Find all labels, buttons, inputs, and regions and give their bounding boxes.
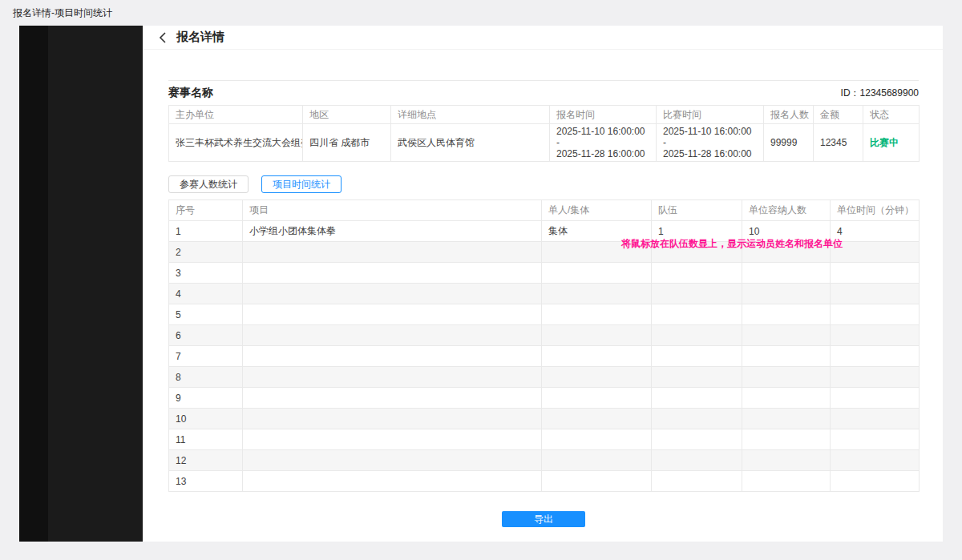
cell-type [542,263,652,284]
event-id: ID：12345689900 [841,87,919,100]
cell-teams [652,429,742,450]
cell-project [243,429,542,450]
cell-teams [652,284,742,304]
cell-no: 8 [169,367,243,388]
cell-capacity [742,304,831,325]
col-teams: 队伍 [652,200,742,221]
cell-project [243,450,542,471]
chevron-left-icon [159,31,167,44]
cell-no: 6 [169,325,243,346]
tab-project-time-stats[interactable]: 项目时间统计 [261,175,342,193]
cell-capacity [742,450,831,471]
event-name-title: 赛事名称 [168,86,213,100]
project-time-table: 序号 项目 单人/集体 队伍 单位容纳人数 单位时间（分钟） 1 小学组小团体集… [168,199,920,492]
cell-type [542,471,652,492]
cell-teams [652,450,742,471]
cell-minutes [831,263,920,284]
cell-project: 小学组小团体集体拳 [243,221,542,242]
cell-capacity [742,367,831,388]
main-content: 报名详情 赛事名称 ID：12345689900 主办单位 地区 详 [143,26,943,542]
cell-capacity [742,346,831,367]
cell-minutes [831,409,920,429]
sidebar [19,26,143,542]
cell-organizer: 张三丰杯武术养生交流大会组委会 [169,124,303,162]
cell-teams [652,346,742,367]
cell-capacity [742,388,831,409]
table-row: 1 小学组小团体集体拳 集体 1 10 4 [169,221,920,242]
table-row: 5 [169,304,920,325]
cell-type [542,450,652,471]
cell-minutes [831,471,920,492]
event-id-label: ID： [841,87,860,99]
cell-minutes [831,242,920,263]
project-table-wrap: 序号 项目 单人/集体 队伍 单位容纳人数 单位时间（分钟） 1 小学组小团体集… [168,199,919,492]
col-type: 单人/集体 [542,200,652,221]
cell-type [542,367,652,388]
cell-type [542,325,652,346]
event-card-head: 赛事名称 ID：12345689900 [168,80,919,105]
cell-no: 7 [169,346,243,367]
table-row: 6 [169,325,920,346]
col-capacity: 单位容纳人数 [742,200,831,221]
event-table-row: 张三丰杯武术养生交流大会组委会 四川省 成都市 武侯区人民体育馆 2025-11… [169,124,920,162]
page-title: 报名详情 [176,30,224,45]
cell-type: 集体 [542,221,652,242]
col-region: 地区 [303,106,391,124]
cell-amount: 12345 [814,124,863,162]
cell-teams [652,304,742,325]
table-row: 12 [169,450,920,471]
cell-region: 四川省 成都市 [303,124,391,162]
col-status: 状态 [863,106,920,124]
cell-teams[interactable]: 1 [652,221,742,242]
table-row: 3 [169,263,920,284]
cell-signup-count: 99999 [764,124,814,162]
cell-no: 11 [169,429,243,450]
cell-minutes [831,429,920,450]
tab-participant-count-stats[interactable]: 参赛人数统计 [168,175,249,193]
cell-project [243,471,542,492]
table-row: 7 [169,346,920,367]
app-frame: 报名详情 赛事名称 ID：12345689900 主办单位 地区 详 [19,26,943,542]
cell-minutes [831,346,920,367]
cell-project [243,388,542,409]
cell-capacity [742,429,831,450]
table-row: 9 [169,388,920,409]
table-row: 2 [169,242,920,263]
cell-type [542,346,652,367]
col-venue: 详细地点 [391,106,550,124]
cell-type [542,242,652,263]
cell-project [243,284,542,304]
col-project: 项目 [243,200,542,221]
cell-project [243,346,542,367]
cell-teams [652,388,742,409]
col-organizer: 主办单位 [169,106,303,124]
cell-match-time: 2025-11-10 16:00:00 - 2025-11-28 16:00:0… [657,124,764,162]
cell-teams [652,263,742,284]
cell-type [542,284,652,304]
back-button[interactable] [156,31,169,44]
table-row: 4 [169,284,920,304]
cell-capacity [742,471,831,492]
status-badge: 比赛中 [870,137,899,148]
cell-signup-time: 2025-11-10 16:00:00 - 2025-11-28 16:00:0… [550,124,657,162]
cell-no: 10 [169,409,243,429]
project-table-header-row: 序号 项目 单人/集体 队伍 单位容纳人数 单位时间（分钟） [169,200,920,221]
window-title: 报名详情-项目时间统计 [0,0,962,26]
col-no: 序号 [169,200,243,221]
cell-project [243,263,542,284]
cell-teams [652,242,742,263]
cell-no: 9 [169,388,243,409]
col-match-time: 比赛时间 [657,106,764,124]
table-row: 13 [169,471,920,492]
table-row: 8 [169,367,920,388]
cell-no: 13 [169,471,243,492]
export-button[interactable]: 导出 [502,511,585,527]
cell-status: 比赛中 [863,124,920,162]
col-signup-time: 报名时间 [550,106,657,124]
cell-no: 12 [169,450,243,471]
col-minutes: 单位时间（分钟） [831,200,920,221]
cell-minutes: 4 [831,221,920,242]
col-signup-count: 报名人数 [764,106,814,124]
cell-teams [652,471,742,492]
cell-capacity [742,263,831,284]
